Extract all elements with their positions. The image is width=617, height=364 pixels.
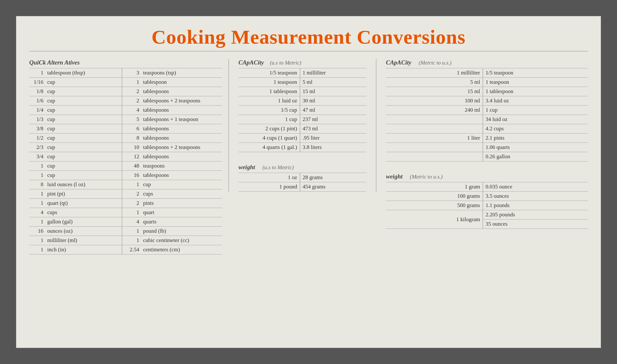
left-table-row: 1/2 cup 8 tablespoons bbox=[29, 134, 222, 143]
right-unit: tablespoons + 1 teaspoon bbox=[141, 115, 222, 124]
right-num: 1 bbox=[122, 78, 141, 87]
right-num: 2 bbox=[122, 199, 141, 208]
right-num: 2 bbox=[122, 96, 141, 106]
left-column: QuiCk Altern Atives 1 tablespoon (tbsp) … bbox=[29, 59, 228, 255]
left-unit: cups bbox=[45, 208, 122, 217]
right-unit: tablespoons bbox=[141, 87, 222, 96]
right-cap-right: 3.4 luid oz bbox=[483, 96, 588, 106]
left-num: 1 bbox=[29, 161, 45, 171]
right-unit: tablespoons bbox=[141, 171, 222, 180]
left-table-row: 1/8 cup 2 tablespoons bbox=[29, 87, 222, 96]
right-cap-row: 5 ml 1 teaspoon bbox=[386, 78, 588, 87]
weight-right: 454 grams bbox=[300, 182, 366, 192]
left-table-row: 1 cup 16 tablespoons bbox=[29, 171, 222, 180]
cap-right: 5 ml bbox=[300, 78, 366, 87]
cap-right: 15 ml bbox=[300, 87, 366, 96]
left-num: 1 bbox=[29, 171, 45, 180]
left-unit: cup bbox=[45, 78, 122, 87]
center-cap-row: 4 cups (1 quart) .95 liter bbox=[238, 134, 366, 143]
left-num: 1 bbox=[29, 217, 45, 227]
left-table-row: 8 luid ounces (l oz) 1 cup bbox=[29, 180, 222, 189]
left-num: 1/6 bbox=[29, 96, 45, 106]
left-table-row: 1 cup 48 teaspoons bbox=[29, 161, 222, 171]
right-capacity-subheader: (Metric to u.s.) bbox=[415, 60, 452, 66]
right-num: 1 bbox=[122, 227, 141, 236]
right-unit: pints bbox=[141, 199, 222, 208]
left-num: 3/4 bbox=[29, 152, 45, 161]
right-cap-left: 1 liter bbox=[386, 134, 483, 143]
cap-right: 3.8 liters bbox=[300, 143, 366, 152]
right-cap-right: 34 luid oz bbox=[483, 115, 588, 124]
right-weight-right: 35 ounces bbox=[483, 220, 588, 229]
right-unit: centimeters (cm) bbox=[141, 245, 222, 255]
left-num: 1 bbox=[29, 236, 45, 245]
right-unit: tablespoons + 2 teaspoons bbox=[141, 96, 222, 106]
left-unit: cup bbox=[45, 171, 122, 180]
left-num: 8 bbox=[29, 180, 45, 189]
right-cap-right: 2.1 pints bbox=[483, 134, 588, 143]
right-column: CApACity (Metric to u.s.) 1 milliliter 1… bbox=[376, 59, 588, 229]
right-cap-right: 1 teaspoon bbox=[483, 78, 588, 87]
cap-right: 237 ml bbox=[300, 115, 366, 124]
center-column: CApACity (u.s to Metric) 1/5 teaspoon 1 … bbox=[228, 59, 376, 192]
right-num: 2 bbox=[122, 87, 141, 96]
left-num: 3/8 bbox=[29, 124, 45, 134]
left-table-row: 1 quart (qt) 2 pints bbox=[29, 199, 222, 208]
cap-left: 1 tablespoon bbox=[238, 87, 300, 96]
center-cap-row: 1/5 cup 47 ml bbox=[238, 106, 366, 115]
left-unit: ounces (oz) bbox=[45, 227, 122, 236]
left-unit: pint (pt) bbox=[45, 189, 122, 199]
cap-right: 30 ml bbox=[300, 96, 366, 106]
left-unit: gallon (gal) bbox=[45, 217, 122, 227]
main-layout: QuiCk Altern Atives 1 tablespoon (tbsp) … bbox=[29, 59, 588, 255]
right-cap-right: 1 cup bbox=[483, 106, 588, 115]
right-capacity-header-row: CApACity (Metric to u.s.) bbox=[386, 59, 588, 66]
right-cap-left: 15 ml bbox=[386, 87, 483, 96]
center-weight-row: 1 pound 454 grams bbox=[238, 182, 366, 192]
right-weight-left: 1 gram bbox=[386, 182, 483, 192]
cap-right: 1 milliliter bbox=[300, 68, 366, 78]
right-weight-left: 1 kilogram bbox=[386, 210, 483, 229]
right-unit: pound (lb) bbox=[141, 227, 222, 236]
page: Cooking Measurement Conversions QuiCk Al… bbox=[16, 16, 601, 348]
left-num: 1/4 bbox=[29, 106, 45, 115]
right-cap-left bbox=[386, 124, 483, 134]
cap-left: 1 luid oz bbox=[238, 96, 300, 106]
right-unit: quarts bbox=[141, 217, 222, 227]
right-cap-left: 240 ml bbox=[386, 106, 483, 115]
center-cap-row: 1 cup 237 ml bbox=[238, 115, 366, 124]
left-table-row: 1/4 cup 4 tablespoons bbox=[29, 106, 222, 115]
right-cap-right: 1/5 teaspoon bbox=[483, 68, 588, 78]
right-num: 1 bbox=[122, 236, 141, 245]
center-cap-row: 1 luid oz 30 ml bbox=[238, 96, 366, 106]
right-capacity-header: CApACity bbox=[386, 59, 411, 66]
left-table-row: 1/16 cup 1 tablespoon bbox=[29, 78, 222, 87]
right-cap-row: 34 luid oz bbox=[386, 115, 588, 124]
left-unit: milliliter (ml) bbox=[45, 236, 122, 245]
right-num: 6 bbox=[122, 124, 141, 134]
right-num: 3 bbox=[122, 68, 141, 78]
right-weight-table: 1 gram0.035 ounce100 grams3.5 ounces500 … bbox=[386, 182, 588, 229]
cap-right: 47 ml bbox=[300, 106, 366, 115]
left-table-row: 3/8 cup 6 tablespoons bbox=[29, 124, 222, 134]
left-num: 2/3 bbox=[29, 143, 45, 152]
right-unit: tablespoon bbox=[141, 78, 222, 87]
right-cap-row: 0.26 gallon bbox=[386, 152, 588, 161]
left-unit: cup bbox=[45, 152, 122, 161]
left-unit: cup bbox=[45, 134, 122, 143]
left-table-row: 1 tablespoon (tbsp) 3 teaspoons (tsp) bbox=[29, 68, 222, 78]
right-cap-row: 240 ml 1 cup bbox=[386, 106, 588, 115]
cap-right: 473 ml bbox=[300, 124, 366, 134]
right-capacity-table: 1 milliliter 1/5 teaspoon 5 ml 1 teaspoo… bbox=[386, 68, 588, 161]
left-num: 1/2 bbox=[29, 134, 45, 143]
center-cap-row: 1 tablespoon 15 ml bbox=[238, 87, 366, 96]
right-weight-row: 100 grams3.5 ounces bbox=[386, 192, 588, 201]
left-num: 1/16 bbox=[29, 78, 45, 87]
left-table-row: 4 cups 1 quart bbox=[29, 208, 222, 217]
right-cap-left bbox=[386, 143, 483, 152]
right-unit: quart bbox=[141, 208, 222, 217]
right-weight-left: 500 grams bbox=[386, 201, 483, 210]
cap-left: 1/5 cup bbox=[238, 106, 300, 115]
center-weight-header: weight bbox=[238, 164, 255, 171]
cap-left: 1/5 teaspoon bbox=[238, 68, 300, 78]
